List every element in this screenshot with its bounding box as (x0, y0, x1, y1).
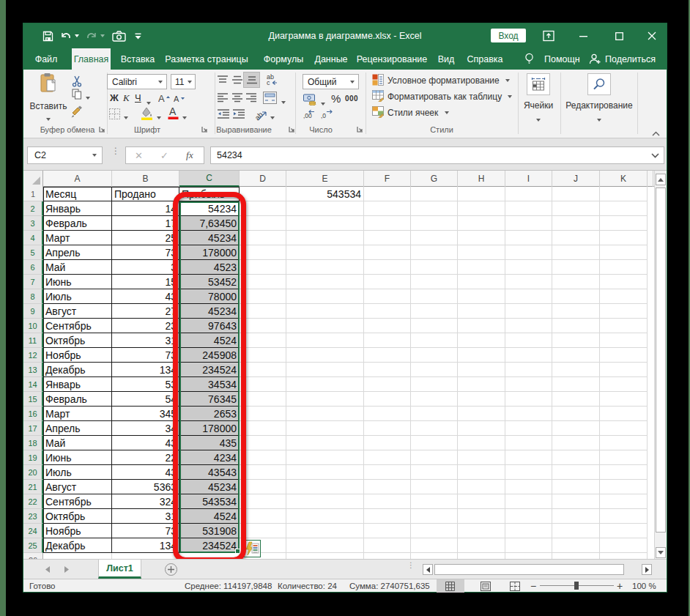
cell-J12[interactable] (552, 348, 600, 363)
cell-I9[interactable] (505, 304, 552, 319)
cells-dropdown-caret[interactable] (536, 114, 541, 124)
row-header-4[interactable]: 4 (23, 231, 43, 245)
cell-A1[interactable]: Месяц (43, 187, 112, 201)
sheet-next-icon[interactable] (62, 565, 71, 574)
paste-button[interactable] (38, 72, 59, 94)
tab-help[interactable]: Справка (467, 48, 502, 70)
cell-G23[interactable] (411, 509, 458, 524)
cell-J4[interactable] (552, 231, 600, 245)
cell-D5[interactable] (240, 245, 286, 260)
cell-J3[interactable] (552, 216, 600, 231)
cell-A10[interactable]: Сентябрь (43, 319, 112, 333)
cell-D21[interactable] (240, 480, 286, 494)
borders-dropdown-caret[interactable] (124, 111, 128, 122)
cell-E26[interactable] (286, 553, 364, 559)
cell-E4[interactable] (286, 231, 364, 245)
cell-F13[interactable] (364, 363, 411, 377)
camera-icon[interactable] (112, 23, 126, 48)
sheet-grid[interactable]: 1МесяцПроданоПрибыль5435342Январь1454234… (23, 187, 654, 559)
cell-H17[interactable] (458, 421, 505, 436)
cell-B9[interactable]: 27 (112, 304, 179, 319)
cell-G24[interactable] (411, 524, 458, 538)
column-header-E[interactable]: E (286, 171, 364, 187)
column-header-C[interactable]: C (179, 171, 240, 187)
cell-A2[interactable]: Январь (43, 201, 112, 216)
cell-B12[interactable]: 73 (112, 348, 179, 363)
cell-B20[interactable]: 43 (112, 465, 179, 480)
cell-J17[interactable] (552, 421, 600, 436)
cell-G10[interactable] (411, 319, 458, 333)
cell-H6[interactable] (458, 260, 505, 275)
cell-G13[interactable] (411, 363, 458, 377)
row-header-22[interactable]: 22 (23, 494, 43, 509)
cell-E23[interactable] (286, 509, 364, 524)
decrease-indent-icon[interactable] (217, 108, 229, 119)
row-header-5[interactable]: 5 (23, 245, 43, 260)
cell-J21[interactable] (552, 480, 600, 494)
cell-J7[interactable] (552, 275, 600, 289)
minimize-button[interactable] (571, 23, 596, 48)
customize-qat-icon[interactable] (135, 23, 141, 48)
column-header-D[interactable]: D (240, 171, 286, 187)
fill-color-dropdown-caret[interactable] (157, 111, 161, 122)
row-header-13[interactable]: 13 (23, 363, 43, 377)
cell-B26[interactable] (112, 553, 179, 559)
cell-F10[interactable] (364, 319, 411, 333)
conditional-formatting-button[interactable]: Условное форматирование (387, 75, 510, 86)
orientation-icon[interactable]: ab (254, 106, 269, 121)
cell-J23[interactable] (552, 509, 600, 524)
cell-J11[interactable] (552, 333, 600, 348)
copy-dropdown-caret[interactable] (86, 92, 90, 102)
column-header-K[interactable]: K (600, 171, 648, 187)
cells-group-button[interactable]: Ячейки (524, 100, 553, 111)
cell-J9[interactable] (552, 304, 600, 319)
paste-dropdown-caret[interactable] (46, 113, 51, 123)
cell-I3[interactable] (505, 216, 552, 231)
cell-F19[interactable] (364, 450, 411, 465)
cell-D3[interactable] (240, 216, 286, 231)
cell-I19[interactable] (505, 450, 552, 465)
cell-H11[interactable] (458, 333, 505, 348)
cell-B23[interactable]: 31 (112, 509, 179, 524)
orientation-dropdown-caret[interactable] (270, 111, 275, 122)
alignment-dialog-launcher-icon[interactable] (289, 126, 295, 133)
sign-in-button[interactable]: Вход (491, 29, 526, 42)
cell-H7[interactable] (458, 275, 505, 289)
save-icon[interactable] (42, 23, 53, 48)
cell-K17[interactable] (600, 421, 648, 436)
row-header-23[interactable]: 23 (23, 509, 43, 524)
cell-D17[interactable] (240, 421, 286, 436)
cell-H22[interactable] (458, 494, 505, 509)
cell-H1[interactable] (458, 187, 505, 201)
cell-G11[interactable] (411, 333, 458, 348)
cell-H21[interactable] (458, 480, 505, 494)
underline-dropdown-caret[interactable] (146, 97, 151, 107)
cell-B19[interactable]: 22 (112, 450, 179, 465)
sheet-tab-active[interactable]: Лист1 (98, 560, 141, 579)
font-dialog-launcher-icon[interactable] (201, 126, 208, 133)
copy-icon[interactable] (71, 88, 83, 100)
cell-H8[interactable] (458, 289, 505, 304)
row-header-21[interactable]: 21 (23, 480, 43, 494)
cell-I6[interactable] (505, 260, 552, 275)
cell-J2[interactable] (552, 201, 600, 216)
cell-D1[interactable] (240, 187, 286, 201)
vertical-scroll-thumb[interactable] (656, 188, 666, 532)
formula-bar-grip-icon[interactable]: ⋮ (111, 149, 120, 153)
cells-button-icon[interactable] (527, 73, 550, 95)
cell-J25[interactable] (552, 538, 600, 553)
cell-G14[interactable] (411, 377, 458, 392)
cell-K18[interactable] (600, 436, 648, 450)
cell-G20[interactable] (411, 465, 458, 480)
cell-B24[interactable]: 73 (112, 524, 179, 538)
align-right-icon[interactable] (245, 92, 257, 103)
cell-E3[interactable] (286, 216, 364, 231)
row-header-19[interactable]: 19 (23, 450, 43, 465)
clipboard-dialog-launcher-icon[interactable] (99, 126, 105, 133)
cell-D13[interactable] (240, 363, 286, 377)
tab-insert[interactable]: Вставка (121, 48, 155, 70)
row-header-7[interactable]: 7 (23, 275, 43, 289)
cancel-icon[interactable]: ✕ (135, 150, 143, 161)
maximize-button[interactable] (606, 23, 631, 48)
align-middle-icon[interactable] (231, 75, 243, 85)
